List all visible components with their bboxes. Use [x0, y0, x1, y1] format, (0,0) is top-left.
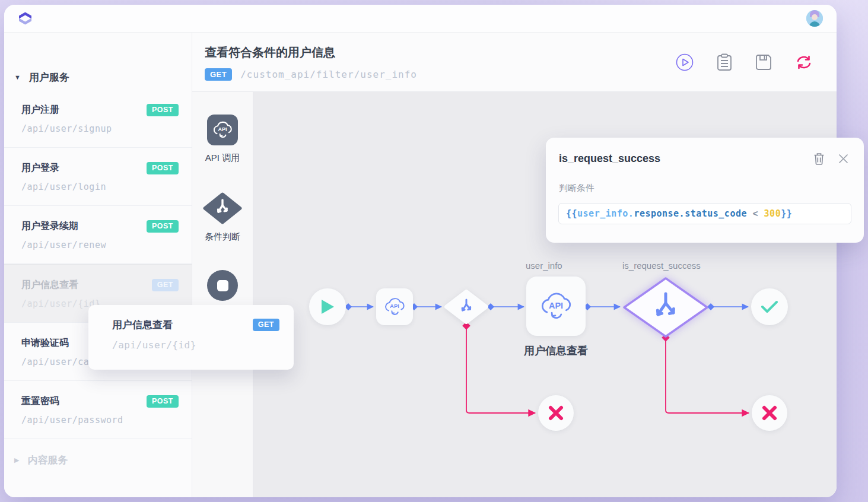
condition-label: 判断条件: [559, 183, 594, 194]
token-path: response.status_code: [634, 208, 747, 219]
sidebar-section-content-service[interactable]: ▶ 内容服务: [4, 453, 192, 467]
trash-icon: [813, 152, 825, 165]
item-path: /api/user/renew: [21, 240, 179, 250]
item-path: /api/user/password: [21, 415, 179, 425]
palette-api-call-label: API 调用: [205, 152, 240, 164]
top-bar: [4, 5, 837, 33]
section-label: 内容服务: [27, 453, 68, 467]
palette-condition-label: 条件判断: [205, 231, 240, 243]
close-icon: [838, 154, 848, 164]
method-badge: GET: [205, 68, 232, 81]
api-sidebar: ▼ 用户服务 用户注册 POST /api/user/signup 用户登录 P…: [4, 33, 192, 497]
main-area: 查看符合条件的用户信息 GET /custom_api/filter/user_…: [192, 33, 837, 497]
sync-button[interactable]: [795, 55, 813, 70]
section-label: 用户服务: [29, 71, 69, 84]
user-info-api-node[interactable]: API: [526, 277, 586, 336]
token-close: }}: [781, 208, 792, 219]
item-path: /api/user/signup: [21, 123, 179, 134]
diamond-shape-selected: [622, 276, 710, 339]
condition-expression-input[interactable]: {{user_info.response.status_code < 300}}: [558, 203, 851, 224]
ghost-title: 用户信息查看: [112, 318, 173, 332]
is-request-success-node[interactable]: [622, 276, 710, 341]
token-variable: user_info.: [577, 208, 634, 219]
item-title: 用户信息查看: [21, 279, 78, 291]
token-value: 300: [764, 208, 781, 219]
svg-text:API: API: [549, 301, 563, 310]
clipboard-icon: [717, 53, 732, 71]
fail-end-node-2[interactable]: [752, 395, 787, 431]
sidebar-section-user-service[interactable]: ▼ 用户服务: [4, 69, 192, 85]
app-logo-icon[interactable]: [17, 11, 33, 26]
success-end-node[interactable]: [751, 288, 788, 325]
svg-text:API: API: [390, 303, 399, 309]
method-badge: POST: [147, 395, 179, 408]
condition-node[interactable]: [444, 289, 489, 327]
caret-down-icon: ▼: [14, 74, 21, 81]
ghost-path: /api/user/{id}: [112, 339, 279, 351]
item-path: /api/user/login: [21, 182, 179, 192]
sidebar-item-renew[interactable]: 用户登录续期 POST /api/user/renew: [4, 206, 192, 264]
sidebar-item-login[interactable]: 用户登录 POST /api/user/login: [4, 148, 192, 206]
save-button[interactable]: [755, 54, 772, 71]
palette-stop-tool[interactable]: [207, 270, 238, 301]
cloud-api-icon: API: [383, 296, 406, 318]
avatar-person-icon: [806, 10, 823, 27]
play-circle-icon: [676, 53, 694, 71]
method-badge: POST: [147, 104, 179, 116]
popover-title: is_request_success: [559, 152, 660, 165]
delete-node-button[interactable]: [813, 152, 825, 165]
item-title: 重置密码: [21, 395, 59, 408]
token-operator: <: [747, 208, 764, 219]
caret-right-icon: ▶: [14, 456, 19, 464]
method-badge: GET: [152, 279, 179, 291]
item-title: 用户登录续期: [21, 220, 78, 233]
method-badge: POST: [147, 162, 179, 174]
floppy-disk-icon: [755, 54, 772, 71]
svg-text:API: API: [218, 126, 227, 132]
x-icon: [548, 405, 564, 421]
ghost-method-badge: GET: [253, 319, 279, 331]
close-popover-button[interactable]: [838, 152, 848, 165]
run-button[interactable]: [676, 53, 694, 71]
condition-popover: is_request_success 判断条件 {{user_info.resp…: [546, 138, 864, 243]
token-open: {{: [566, 208, 577, 219]
drag-ghost-card[interactable]: 用户信息查看 GET /api/user/{id}: [88, 305, 294, 370]
check-icon: [761, 300, 778, 314]
item-title: 申请验证码: [21, 337, 69, 350]
refresh-icon: [795, 55, 813, 70]
app-window: ▼ 用户服务 用户注册 POST /api/user/signup 用户登录 P…: [4, 5, 837, 497]
header-actions: [676, 33, 813, 92]
sidebar-item-signup[interactable]: 用户注册 POST /api/user/signup: [4, 90, 192, 148]
diamond-shape: [444, 289, 489, 325]
method-badge: POST: [147, 220, 179, 233]
api-node-ref-label: user_info: [526, 260, 562, 271]
api-node-title: 用户信息查看: [503, 344, 609, 358]
edge-condition1-fail: [466, 326, 535, 413]
start-node[interactable]: [309, 288, 346, 325]
branch-diamond-icon: [203, 192, 242, 224]
edge-condition2-fail: [666, 338, 749, 413]
play-icon: [320, 298, 335, 315]
endpoint-path: /custom_api/filter/user_info: [240, 69, 417, 80]
sidebar-item-password[interactable]: 重置密码 POST /api/user/password: [4, 381, 192, 439]
stop-square-icon: [217, 280, 228, 291]
fail-end-node-1[interactable]: [538, 395, 574, 431]
endpoint-header: 查看符合条件的用户信息 GET /custom_api/filter/user_…: [192, 33, 837, 92]
user-avatar[interactable]: [806, 10, 823, 27]
condition-node-ref-label: is_request_success: [622, 260, 701, 271]
cloud-api-icon: API: [538, 289, 574, 323]
palette-api-call-tool[interactable]: API: [207, 115, 238, 145]
cloud-api-icon: API: [211, 119, 234, 141]
x-icon: [762, 405, 777, 421]
node-palette: API API 调用 条件判断: [192, 92, 253, 497]
item-title: 用户注册: [21, 104, 59, 116]
api-call-node[interactable]: API: [376, 288, 413, 325]
item-title: 用户登录: [21, 162, 59, 174]
palette-condition-tool[interactable]: [203, 192, 242, 224]
copy-button[interactable]: [717, 53, 732, 71]
